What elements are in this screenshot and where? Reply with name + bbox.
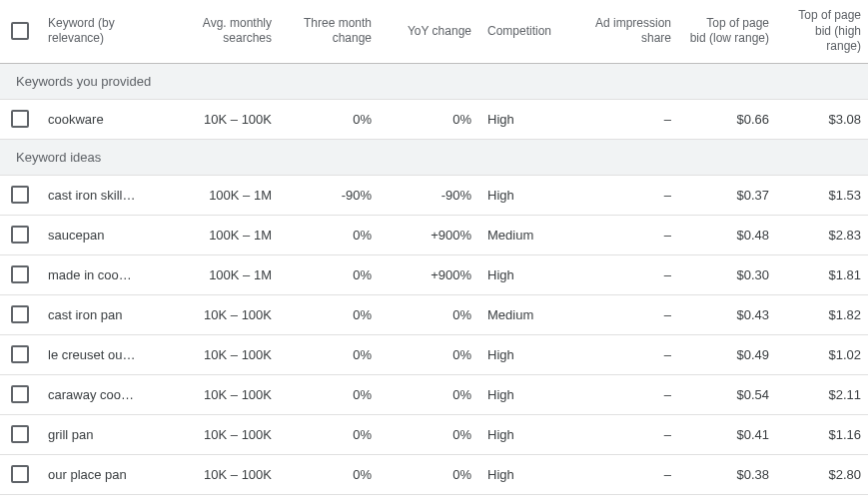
cell-keyword: saucepan (40, 228, 150, 243)
col-yoy[interactable]: YoY change (380, 16, 479, 48)
row-checkbox[interactable] (11, 425, 29, 443)
row-checkbox[interactable] (11, 226, 29, 244)
cell-three-month: 0% (280, 427, 380, 442)
cell-yoy: +900% (380, 228, 479, 243)
row-checkbox-cell (0, 265, 40, 283)
col-bid-high[interactable]: Top of page bid (high range) (777, 0, 868, 63)
cell-bid-high: $2.11 (777, 387, 868, 402)
table-row[interactable]: made in coo…100K – 1M0%+900%High–$0.30$1… (0, 255, 868, 295)
cell-bid-high: $1.02 (777, 347, 868, 362)
cell-keyword: our place pan (40, 467, 150, 482)
cell-searches: 100K – 1M (150, 228, 280, 243)
cell-yoy: 0% (380, 467, 479, 482)
cell-searches: 10K – 100K (150, 427, 280, 442)
cell-keyword: caraway coo… (40, 387, 150, 402)
cell-yoy: 0% (380, 347, 479, 362)
table-row[interactable]: our place pan10K – 100K0%0%High–$0.38$2.… (0, 455, 868, 495)
cell-searches: 100K – 1M (150, 188, 280, 203)
row-checkbox[interactable] (11, 186, 29, 204)
cell-bid-high: $1.81 (777, 267, 868, 282)
cell-bid-low: $0.30 (679, 267, 777, 282)
cell-bid-high: $3.08 (777, 112, 868, 127)
col-competition[interactable]: Competition (479, 16, 579, 48)
cell-bid-high: $2.80 (777, 467, 868, 482)
cell-impression-share: – (579, 267, 679, 282)
table-row[interactable]: cast iron skill…100K – 1M-90%-90%High–$0… (0, 176, 868, 216)
cell-yoy: +900% (380, 267, 479, 282)
cell-three-month: 0% (280, 228, 380, 243)
cell-three-month: 0% (280, 387, 380, 402)
cell-competition: High (479, 347, 579, 362)
col-three-month[interactable]: Three month change (280, 8, 380, 55)
cell-competition: High (479, 387, 579, 402)
cell-impression-share: – (579, 112, 679, 127)
section-header: Keywords you provided (0, 64, 868, 100)
cell-yoy: 0% (380, 387, 479, 402)
cell-impression-share: – (579, 387, 679, 402)
table-row[interactable]: le creuset ou…10K – 100K0%0%High–$0.49$1… (0, 335, 868, 375)
cell-searches: 10K – 100K (150, 467, 280, 482)
cell-three-month: 0% (280, 307, 380, 322)
cell-searches: 10K – 100K (150, 307, 280, 322)
select-all-checkbox[interactable] (11, 22, 29, 40)
table-header: Keyword (by relevance) Avg. monthly sear… (0, 0, 868, 64)
cell-impression-share: – (579, 307, 679, 322)
col-impression-share[interactable]: Ad impression share (579, 8, 679, 55)
cell-searches: 100K – 1M (150, 267, 280, 282)
section-header: Keyword ideas (0, 140, 868, 176)
table-row[interactable]: cast iron pan10K – 100K0%0%Medium–$0.43$… (0, 295, 868, 335)
table-row[interactable]: caraway coo…10K – 100K0%0%High–$0.54$2.1… (0, 375, 868, 415)
cell-bid-low: $0.43 (679, 307, 777, 322)
section-title: Keyword ideas (16, 150, 101, 165)
cell-bid-high: $1.53 (777, 188, 868, 203)
cell-bid-low: $0.48 (679, 228, 777, 243)
row-checkbox[interactable] (11, 305, 29, 323)
row-checkbox-cell (0, 226, 40, 244)
cell-keyword: grill pan (40, 427, 150, 442)
cell-impression-share: – (579, 467, 679, 482)
table-row[interactable]: saucepan100K – 1M0%+900%Medium–$0.48$2.8… (0, 216, 868, 255)
cell-three-month: 0% (280, 267, 380, 282)
cell-bid-low: $0.66 (679, 112, 777, 127)
row-checkbox-cell (0, 345, 40, 363)
cell-impression-share: – (579, 427, 679, 442)
cell-impression-share: – (579, 188, 679, 203)
cell-keyword: cast iron skill… (40, 188, 150, 203)
cell-keyword: cookware (40, 112, 150, 127)
row-checkbox-cell (0, 305, 40, 323)
row-checkbox[interactable] (11, 465, 29, 483)
table-body: Keywords you providedcookware10K – 100K0… (0, 64, 868, 495)
cell-keyword: le creuset ou… (40, 347, 150, 362)
cell-searches: 10K – 100K (150, 347, 280, 362)
cell-bid-high: $1.16 (777, 427, 868, 442)
row-checkbox[interactable] (11, 265, 29, 283)
row-checkbox[interactable] (11, 110, 29, 128)
col-keyword[interactable]: Keyword (by relevance) (40, 8, 150, 55)
cell-competition: High (479, 188, 579, 203)
col-bid-low[interactable]: Top of page bid (low range) (679, 8, 777, 55)
cell-keyword: made in coo… (40, 267, 150, 282)
cell-bid-low: $0.41 (679, 427, 777, 442)
cell-bid-low: $0.54 (679, 387, 777, 402)
cell-competition: High (479, 267, 579, 282)
col-searches[interactable]: Avg. monthly searches (150, 8, 280, 55)
cell-searches: 10K – 100K (150, 387, 280, 402)
row-checkbox[interactable] (11, 385, 29, 403)
keyword-table: Keyword (by relevance) Avg. monthly sear… (0, 0, 868, 495)
section-title: Keywords you provided (16, 74, 151, 89)
cell-competition: High (479, 427, 579, 442)
select-all-cell (0, 22, 40, 40)
table-row[interactable]: cookware10K – 100K0%0%High–$0.66$3.08 (0, 100, 868, 140)
row-checkbox-cell (0, 385, 40, 403)
row-checkbox-cell (0, 110, 40, 128)
row-checkbox-cell (0, 425, 40, 443)
cell-competition: High (479, 112, 579, 127)
cell-competition: Medium (479, 228, 579, 243)
cell-bid-low: $0.37 (679, 188, 777, 203)
table-row[interactable]: grill pan10K – 100K0%0%High–$0.41$1.16 (0, 415, 868, 455)
row-checkbox[interactable] (11, 345, 29, 363)
cell-competition: Medium (479, 307, 579, 322)
cell-three-month: -90% (280, 188, 380, 203)
cell-yoy: 0% (380, 307, 479, 322)
cell-impression-share: – (579, 347, 679, 362)
